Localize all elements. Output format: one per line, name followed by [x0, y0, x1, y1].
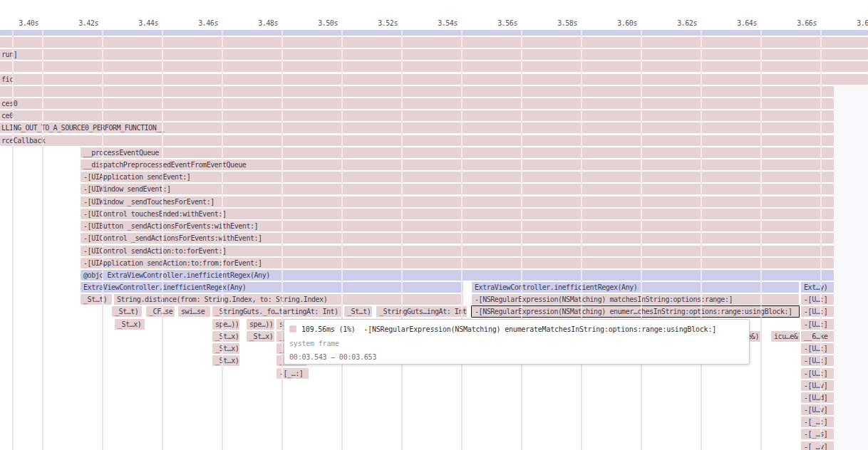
tooltip-frame-type: system frame [289, 338, 339, 350]
flame-bar[interactable]: String.distance(from: String.Index, to: … [114, 294, 463, 305]
flame-bar-label: -[U…:] [804, 308, 827, 315]
flame-bar[interactable]: -[_…:] [277, 368, 309, 379]
flame-bar[interactable] [0, 86, 834, 97]
flame-bar-label: spe…)) [215, 320, 239, 328]
flame-bar[interactable]: _StringGuts._fo…tartingAt: Int) [212, 306, 342, 317]
flame-bar[interactable]: swi…se [178, 306, 210, 317]
flame-bar[interactable]: spe…)) [247, 319, 274, 330]
flame-bar[interactable]: __dispatchPreprocessedEventFromEventQueu… [81, 159, 834, 170]
flame-bar[interactable]: -[UIApplication sendEvent:] [81, 172, 834, 182]
flame-bar-label: _St…t) [83, 295, 107, 303]
flame-bar[interactable]: fic [0, 74, 868, 85]
flame-bar-label: __6…ke [804, 333, 827, 340]
flame-bar-label: _St…t) [347, 308, 371, 315]
flame-bar-label: -[U…v] [804, 382, 827, 389]
flame-bar-label: _St…x) [118, 320, 141, 328]
flame-bar[interactable]: -[UIControl sendAction:to:forEvent:] [81, 246, 834, 256]
tooltip-title-row: 109.56ms (1%) -[NSRegularExpression(NSMa… [289, 323, 716, 335]
flame-bar-label: __dispatchPreprocessedEventFromEventQueu… [83, 161, 246, 169]
flame-bar[interactable]: -[U…:] [801, 319, 834, 330]
flame-bar[interactable]: rceCallback [0, 135, 834, 146]
flame-bar[interactable]: _St…x) [212, 343, 239, 354]
flame-bar[interactable]: ce0 [0, 110, 834, 121]
flame-bar[interactable]: -[UIButton _sendActionsForEvents:withEve… [81, 221, 834, 231]
flame-bar[interactable]: -[UIWindow _sendTouchesForEvent:] [81, 197, 834, 207]
flame-bar[interactable]: -[_…:] [801, 417, 834, 427]
flame-bar[interactable]: -[U…:] [801, 368, 834, 379]
flame-bar-label: spe…)) [249, 320, 273, 328]
flame-bar[interactable]: -[UIControl touchesEnded:withEvent:] [81, 209, 834, 219]
flame-bar-label: run] [1, 51, 17, 58]
frame-tooltip: 109.56ms (1%) -[NSRegularExpression(NSMa… [284, 319, 750, 365]
flame-bar-label: _St…x) [215, 357, 239, 365]
flame-bar[interactable]: __6…ke [801, 331, 834, 342]
flame-bar[interactable]: LLING_OUT_TO_A_SOURCE0_PERFORM_FUNCTION_… [0, 122, 834, 133]
flame-bar-label: -[U…:] [804, 345, 827, 352]
flame-bar-label: -[_…:] [279, 370, 303, 377]
flame-bar[interactable]: -[U…v] [801, 404, 834, 415]
flame-bar-label: _CF…se [149, 308, 172, 315]
flame-bar-label: -[UIApplication sendAction:to:from:forEv… [83, 259, 262, 267]
flame-bar-label: swi…se [181, 308, 205, 315]
flame-bar[interactable] [0, 37, 868, 48]
flame-bar-label: -[_…v] [804, 443, 827, 450]
flame-bar-label: -[_…s] [804, 430, 827, 438]
flame-bar[interactable]: _CF…se [146, 306, 175, 317]
flame-bar[interactable]: _St…t) [81, 294, 112, 305]
flame-bar[interactable]: _StringGuts…ingAt: Int) [376, 306, 467, 317]
flame-bar[interactable]: -[U…v] [801, 380, 834, 391]
flame-bar-label: icu…e&) [774, 333, 800, 340]
flame-bar-label: ces0 [1, 100, 17, 108]
flame-bar[interactable]: _St…t) [344, 306, 372, 317]
flame-bar-label: -[UIWindow _sendTouchesForEvent:] [83, 198, 215, 206]
flame-bar[interactable]: _St…x) [212, 331, 239, 342]
flame-bar-label: -[U…:] [804, 295, 827, 303]
flame-bar[interactable]: -[UIWindow sendEvent:] [81, 184, 834, 194]
flame-bar[interactable]: -[UIApplication sendAction:to:from:forEv… [81, 258, 834, 268]
flame-bar[interactable]: -[U…:] [801, 355, 834, 366]
flame-bar-label: -[UIControl _sendActionsForEvents:withEv… [83, 234, 262, 242]
flame-bar-label: -[NSRegularExpression(NSMatching) enumer… [475, 308, 792, 315]
flame-bar[interactable]: _St…x) [212, 355, 239, 366]
flame-bar-label: fic [1, 75, 14, 83]
flame-bar-label: -[UIWindow sendEvent:] [83, 185, 171, 193]
flame-bar[interactable]: -[U…:] [801, 343, 834, 354]
flame-bar[interactable]: run] [0, 49, 868, 60]
flame-bar[interactable]: -[UIControl _sendActionsForEvents:withEv… [81, 233, 834, 244]
flame-bar[interactable] [0, 61, 868, 72]
flame-bar[interactable]: ExtraViewController.inefficientRegex(Any… [472, 282, 799, 293]
flame-bar[interactable]: _St…t) [112, 306, 142, 317]
flame-bar[interactable]: -[_…s] [801, 429, 834, 439]
flame-bar[interactable]: -[NSRegularExpression(NSMatching) matche… [472, 294, 799, 305]
flame-bar[interactable]: -[_…v] [801, 441, 834, 450]
flame-bar-label: ExtraViewController.inefficientRegex(Any… [475, 283, 637, 291]
flame-bar-label: @objc ExtraViewController.inefficientReg… [83, 271, 270, 279]
flame-bar-label: String.distance(from: String.Index, to: … [117, 295, 327, 303]
flame-bar-label: _St…x) [215, 333, 239, 340]
flame-bar[interactable]: _St…x) [115, 319, 145, 330]
selected-flame-bar[interactable]: -[NSRegularExpression(NSMatching) enumer… [471, 305, 800, 318]
flame-bar[interactable]: @objc ExtraViewController.inefficientReg… [81, 270, 834, 281]
flame-bar-label: _StringGuts…ingAt: Int) [379, 308, 467, 315]
flame-bar[interactable]: -[U…d] [801, 392, 834, 403]
flame-bar[interactable]: __processEventQueue [81, 147, 834, 158]
flame-bar[interactable]: Ext…y) [801, 282, 834, 293]
flame-bar-label: __processEventQueue [83, 149, 159, 157]
flame-bar[interactable]: -[U…:] [801, 306, 834, 317]
flame-bar-label: -[U…d] [804, 394, 827, 402]
flame-chart: run]ficces0ce0LLING_OUT_TO_A_SOURCE0_PER… [0, 0, 868, 450]
flame-bar[interactable]: ces0 [0, 98, 834, 109]
flame-bar[interactable]: -[U…:] [801, 294, 834, 305]
flame-bar[interactable] [0, 30, 868, 36]
flame-bar-label: -[NSRegularExpression(NSMatching) matche… [475, 295, 733, 303]
flame-bar-label: -[UIControl touchesEnded:withEvent:] [83, 210, 227, 218]
flame-bar[interactable]: _St…x) [247, 331, 274, 342]
flame-bar[interactable]: spe…)) [212, 319, 239, 330]
flame-bar-label: -[U…:] [804, 357, 827, 365]
flame-bar[interactable]: icu…e&) [771, 331, 800, 342]
flame-bar-label: -[_…:] [804, 418, 827, 426]
flame-bar-label: _St…x) [215, 345, 239, 352]
flame-bar-label: -[UIApplication sendEvent:] [83, 173, 190, 181]
flame-bar-label: ce0 [1, 112, 14, 120]
flame-bar[interactable]: ExtraViewController.inefficientRegex(Any… [81, 282, 463, 293]
